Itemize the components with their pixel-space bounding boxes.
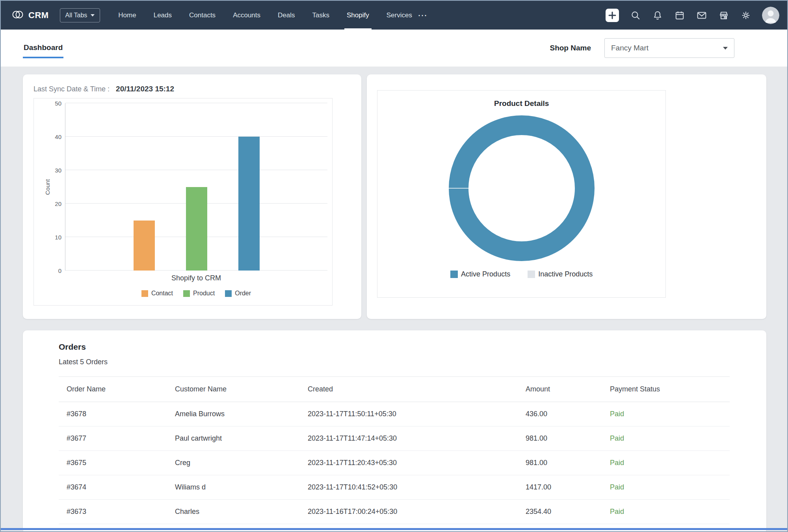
column-header-amount: Amount [518, 385, 602, 393]
all-tabs-dropdown[interactable]: All Tabs [60, 8, 100, 22]
cell-order-name: #3674 [59, 483, 167, 491]
top-navbar: CRM All Tabs HomeLeadsContactsAccountsDe… [1, 1, 787, 30]
legend-swatch-order [225, 290, 232, 297]
top-cards: Last Sync Date & Time : 20/11/2023 15:12… [23, 74, 766, 319]
cell-created: 2023-11-17T11:50:11+05:30 [300, 410, 518, 418]
cell-amount: 981.00 [518, 434, 602, 443]
cell-order-name: #3675 [59, 459, 167, 467]
status-badge: Paid [602, 434, 730, 443]
cell-customer-name: Charles [167, 508, 300, 516]
y-tick-label-0: 0 [48, 267, 61, 274]
orders-subtitle: Latest 5 Orders [59, 358, 730, 366]
orders-table: Order NameCustomer NameCreatedAmountPaym… [59, 376, 730, 524]
shop-name-select[interactable]: Fancy Mart [604, 38, 734, 58]
orders-title: Orders [59, 342, 730, 352]
settings-icon[interactable] [740, 9, 752, 21]
legend-swatch-contact [141, 290, 148, 297]
orders-header-row: Order NameCustomer NameCreatedAmountPaym… [59, 377, 730, 402]
chevron-down-icon [723, 47, 728, 50]
nav-item-home[interactable]: Home [116, 1, 138, 30]
table-row[interactable]: #3674Wiliams d2023-11-17T10:41:52+05:301… [59, 475, 730, 500]
cell-amount: 981.00 [518, 459, 602, 467]
tab-dashboard[interactable]: Dashboard [23, 39, 63, 58]
y-tick-label-50: 50 [48, 100, 61, 107]
navbar-left: CRM All Tabs HomeLeadsContactsAccountsDe… [11, 1, 430, 30]
donut-ring [459, 125, 585, 251]
last-sync-row: Last Sync Date & Time : 20/11/2023 15:12 [33, 85, 361, 93]
shop-name-label: Shop Name [550, 44, 591, 52]
search-icon[interactable] [630, 9, 641, 21]
donut-chart-panel: Product Details Active ProductsInactive … [377, 90, 666, 298]
app-window: CRM All Tabs HomeLeadsContactsAccountsDe… [0, 0, 788, 532]
nav-item-accounts[interactable]: Accounts [230, 1, 263, 30]
sync-chart-card: Last Sync Date & Time : 20/11/2023 15:12… [23, 74, 361, 319]
bar-order [238, 137, 260, 271]
product-details-card: Product Details Active ProductsInactive … [367, 74, 766, 319]
cell-created: 2023-11-17T11:20:43+05:30 [300, 459, 518, 467]
bar-chart-xlabel: Shopify to CRM [65, 274, 327, 282]
column-header-created: Created [300, 385, 518, 393]
orders-table-body: #3678Amelia Burrows2023-11-17T11:50:11+0… [59, 402, 730, 524]
table-row[interactable]: #3675Creg2023-11-17T11:20:43+05:30981.00… [59, 451, 730, 475]
cell-order-name: #3677 [59, 434, 167, 443]
nav-item-leads[interactable]: Leads [151, 1, 174, 30]
cell-created: 2023-11-17T11:47:14+05:30 [300, 434, 518, 443]
legend-label: Product [193, 290, 215, 297]
donut-legend: Active ProductsInactive Products [450, 270, 593, 278]
user-avatar[interactable] [762, 7, 779, 24]
cell-amount: 436.00 [518, 410, 602, 418]
cell-customer-name: Paul cartwright [167, 434, 300, 443]
status-badge: Paid [602, 508, 730, 516]
last-sync-label: Last Sync Date & Time : [33, 85, 110, 93]
all-tabs-label: All Tabs [65, 12, 87, 19]
bar-chart-legend: ContactProductOrder [65, 290, 327, 297]
orders-card: Orders Latest 5 Orders Order NameCustome… [23, 330, 766, 532]
legend-label: Contact [151, 290, 173, 297]
legend-swatch-inactive [528, 271, 535, 278]
table-row[interactable]: #3673Charles2023-11-16T17:00:24+05:30235… [59, 500, 730, 524]
window-bottom-accent [1, 528, 787, 530]
shop-name-value: Fancy Mart [611, 44, 649, 52]
legend-label: Order [235, 290, 251, 297]
bar-product [186, 187, 207, 271]
cell-customer-name: Wiliams d [167, 483, 300, 491]
table-row[interactable]: #3677Paul cartwright2023-11-17T11:47:14+… [59, 426, 730, 451]
store-icon[interactable] [718, 9, 730, 21]
nav-item-contacts[interactable]: Contacts [187, 1, 218, 30]
status-badge: Paid [602, 483, 730, 491]
y-tick-label-30: 30 [48, 167, 61, 174]
donut-chart-title: Product Details [494, 99, 549, 108]
donut-chart [447, 113, 597, 263]
cell-customer-name: Amelia Burrows [167, 410, 300, 418]
mail-icon[interactable] [696, 9, 708, 21]
add-icon[interactable] [605, 8, 619, 22]
primary-nav: HomeLeadsContactsAccountsDealsTasksShopi… [116, 1, 414, 30]
gridline-50 [65, 103, 327, 103]
cell-customer-name: Creg [167, 459, 300, 467]
bar-chart-panel: Count 01020304050 Shopify to CRM Contact… [33, 98, 333, 306]
legend-item-order: Order [225, 290, 251, 297]
legend-item-contact: Contact [141, 290, 173, 297]
y-tick-label-40: 40 [48, 133, 61, 140]
brand-logo-icon [11, 9, 24, 22]
status-badge: Paid [602, 459, 730, 467]
cell-created: 2023-11-17T10:41:52+05:30 [300, 483, 518, 491]
subheader: Dashboard Shop Name Fancy Mart [1, 30, 787, 67]
calendar-icon[interactable] [674, 9, 686, 21]
notifications-icon[interactable] [652, 9, 663, 21]
y-tick-label-20: 20 [48, 200, 61, 207]
gridline-40 [65, 136, 327, 137]
brand-title: CRM [28, 10, 49, 20]
nav-item-tasks[interactable]: Tasks [310, 1, 332, 30]
nav-item-services[interactable]: Services [384, 1, 414, 30]
shop-name-row: Shop Name Fancy Mart [550, 38, 734, 58]
status-badge: Paid [602, 410, 730, 418]
nav-more-button[interactable]: ⋯ [414, 1, 430, 30]
navbar-icons [605, 1, 779, 30]
main-content: Last Sync Date & Time : 20/11/2023 15:12… [1, 67, 787, 532]
table-row[interactable]: #3678Amelia Burrows2023-11-17T11:50:11+0… [59, 402, 730, 426]
chevron-down-icon [91, 14, 95, 17]
bar-chart-ylabel: Count [44, 179, 51, 195]
nav-item-deals[interactable]: Deals [275, 1, 297, 30]
nav-item-shopify[interactable]: Shopify [344, 1, 372, 30]
